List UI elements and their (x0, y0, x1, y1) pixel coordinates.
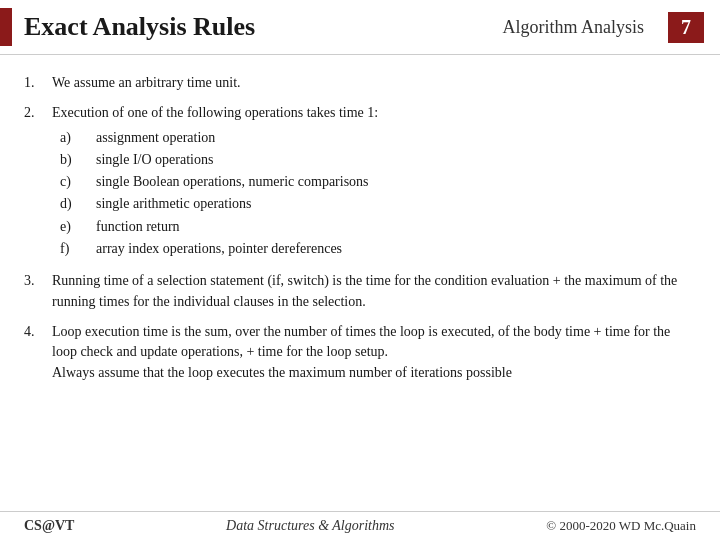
sub-text-f: array index operations, pointer derefere… (96, 239, 342, 259)
item-4-content: Loop execution time is the sum, over the… (52, 322, 696, 383)
footer-center: Data Structures & Algorithms (226, 518, 394, 534)
sub-text-d: single arithmetic operations (96, 194, 252, 214)
sub-item-e: e) function return (60, 217, 696, 237)
footer-left: CS@VT (24, 518, 74, 534)
sub-label-d: d) (60, 194, 96, 214)
slide-footer: CS@VT Data Structures & Algorithms © 200… (0, 511, 720, 540)
list-item-2: 2. Execution of one of the following ope… (24, 103, 696, 261)
sub-label-e: e) (60, 217, 96, 237)
item-1-content: We assume an arbitrary time unit. (52, 73, 696, 93)
algorithm-analysis-label: Algorithm Analysis (502, 17, 644, 38)
sub-text-a: assignment operation (96, 128, 215, 148)
slide-content: 1. We assume an arbitrary time unit. 2. … (0, 55, 720, 511)
sub-text-e: function return (96, 217, 180, 237)
item-1-text: We assume an arbitrary time unit. (52, 75, 241, 90)
sub-label-b: b) (60, 150, 96, 170)
slide-page: Exact Analysis Rules Algorithm Analysis … (0, 0, 720, 540)
item-3-text: Running time of a selection statement (i… (52, 273, 677, 308)
item-2-text: Execution of one of the following operat… (52, 105, 378, 120)
sub-text-c: single Boolean operations, numeric compa… (96, 172, 369, 192)
sub-item-f: f) array index operations, pointer deref… (60, 239, 696, 259)
header-accent-bar (0, 8, 12, 46)
slide-number: 7 (668, 12, 704, 43)
list-item-4: 4. Loop execution time is the sum, over … (24, 322, 696, 383)
list-item-1: 1. We assume an arbitrary time unit. (24, 73, 696, 93)
sub-list-2: a) assignment operation b) single I/O op… (60, 128, 696, 260)
header-right: Algorithm Analysis 7 (502, 12, 704, 43)
slide-title: Exact Analysis Rules (24, 12, 502, 42)
item-1-number: 1. (24, 73, 52, 93)
item-4-extra: Always assume that the loop executes the… (52, 365, 512, 380)
list-item-3: 3. Running time of a selection statement… (24, 271, 696, 312)
sub-item-c: c) single Boolean operations, numeric co… (60, 172, 696, 192)
sub-text-b: single I/O operations (96, 150, 213, 170)
sub-item-a: a) assignment operation (60, 128, 696, 148)
item-4-number: 4. (24, 322, 52, 383)
sub-label-a: a) (60, 128, 96, 148)
item-3-number: 3. (24, 271, 52, 312)
item-2-number: 2. (24, 103, 52, 261)
item-4-text: Loop execution time is the sum, over the… (52, 324, 670, 359)
sub-label-f: f) (60, 239, 96, 259)
item-2-content: Execution of one of the following operat… (52, 103, 696, 261)
footer-right: © 2000-2020 WD Mc.Quain (546, 518, 696, 534)
sub-item-b: b) single I/O operations (60, 150, 696, 170)
sub-item-d: d) single arithmetic operations (60, 194, 696, 214)
sub-label-c: c) (60, 172, 96, 192)
item-3-content: Running time of a selection statement (i… (52, 271, 696, 312)
slide-header: Exact Analysis Rules Algorithm Analysis … (0, 0, 720, 55)
